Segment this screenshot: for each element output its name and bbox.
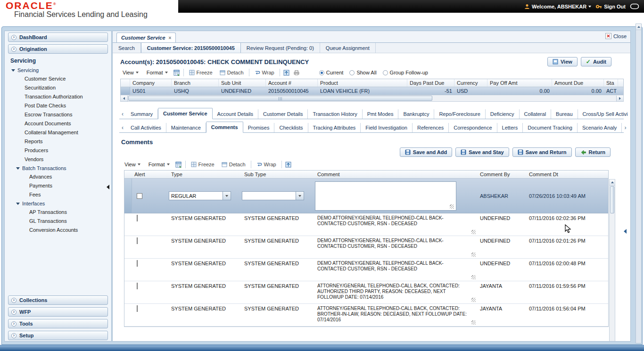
wrap-button[interactable]: Wrap [255, 161, 278, 168]
tree-item-collateral-management[interactable]: Collateral Management [5, 128, 111, 137]
alert-checkbox[interactable] [137, 260, 138, 267]
tree-item-payments[interactable]: Payments [5, 181, 111, 190]
tab-close-icon[interactable] [169, 35, 172, 41]
panel-collapse-icon[interactable] [624, 229, 627, 234]
tree-item-producers[interactable]: Producers [5, 146, 111, 155]
alert-checkbox[interactable] [137, 237, 138, 244]
resize-grip-icon[interactable] [450, 204, 454, 209]
tab-customer-details[interactable]: Customer Details [258, 109, 308, 119]
col-header-comment-by[interactable]: Comment By [478, 171, 527, 178]
comment-row[interactable]: SYSTEM GENERATED SYSTEM GENERATED ATTORN… [124, 304, 608, 327]
save-and-return-button[interactable]: Save and Return [512, 147, 572, 157]
col-header-amount-due[interactable]: Amount Due [552, 79, 604, 87]
col-header-comment-dt[interactable]: Comment Dt [527, 171, 602, 178]
tab-checklists[interactable]: Checklists [274, 123, 308, 132]
tree-item-customer-service[interactable]: Customer Service [5, 74, 111, 83]
tab-maintenance[interactable]: Maintenance [166, 123, 206, 132]
tree-item-vendors[interactable]: Vendors [5, 155, 111, 164]
col-header-company[interactable]: Company [130, 79, 172, 87]
view-button[interactable]: View [547, 57, 578, 66]
welcome-menu[interactable]: Welcome, ABSHEKAR [524, 4, 591, 9]
sign-out-button[interactable]: Sign Out [595, 4, 626, 9]
comment-row[interactable]: SYSTEM GENERATED SYSTEM GENERATED DEMO A… [124, 259, 608, 281]
tab-correspondence[interactable]: Correspondence [449, 123, 497, 132]
tabs-scroll-right-icon[interactable] [622, 124, 628, 132]
col-header-product[interactable]: Product [318, 79, 407, 87]
col-header-sub-unit[interactable]: Sub Unit [219, 79, 266, 87]
tab-bureau[interactable]: Bureau [551, 109, 578, 119]
resize-grip-icon[interactable] [471, 320, 476, 325]
tab-deficiency[interactable]: Deficiency [486, 109, 520, 119]
refresh-grid-icon[interactable] [283, 70, 290, 76]
tab-references[interactable]: References [413, 123, 449, 132]
tab-document-tracking[interactable]: Document Tracking [523, 123, 578, 132]
tab-customer-service[interactable]: Customer Service [158, 108, 213, 119]
format-menu[interactable]: Format [144, 69, 170, 76]
col-header-branch[interactable]: Branch [172, 79, 219, 87]
tree-item-ap-transactions[interactable]: AP Transactions [5, 208, 111, 217]
tab-customer-service-account[interactable]: Customer Service: 20150500010045 [141, 43, 241, 53]
tab-review-request[interactable]: Review Request (Pending: 0) [241, 43, 320, 53]
tab-field-investigation[interactable]: Field Investigation [361, 123, 413, 132]
radio-group-followup[interactable]: Group Follow-up [383, 70, 428, 75]
col-header-sub-type[interactable]: Sub Type [242, 171, 315, 178]
detach-button[interactable]: Detach [218, 69, 246, 76]
printer-icon[interactable] [293, 70, 300, 75]
tab-transaction-history[interactable]: Transaction History [308, 109, 362, 119]
comment-textarea[interactable] [315, 181, 456, 211]
tree-item-escrow-transactions[interactable]: Escrow Transactions [5, 110, 111, 119]
tree-item-advances[interactable]: Advances [5, 172, 111, 181]
tree-node-servicing[interactable]: Servicing [5, 66, 111, 74]
radio-show-all[interactable]: Show All [349, 70, 376, 75]
tab-letters[interactable]: Letters [497, 123, 523, 132]
tab-repo-foreclosure[interactable]: Repo/Foreclosure [434, 109, 485, 119]
tab-promises[interactable]: Promises [243, 123, 275, 132]
oracle-badge-icon[interactable] [630, 3, 639, 9]
select-dropdown-icon[interactable] [296, 192, 304, 200]
save-and-stay-button[interactable]: Save and Stay [455, 147, 509, 157]
scroll-up-icon[interactable] [610, 180, 615, 186]
col-header-pay-off-amt[interactable]: Pay Off Amt [487, 79, 552, 87]
window-tab-customer-service[interactable]: Customer Service [116, 33, 176, 42]
refresh-grid-icon[interactable] [285, 162, 292, 168]
format-menu[interactable]: Format [146, 161, 172, 168]
page-vscrollbar[interactable] [636, 24, 642, 343]
alert-checkbox[interactable] [137, 305, 138, 312]
sidebar-item-setup[interactable]: Setup [8, 331, 108, 340]
resize-grip-icon[interactable] [471, 230, 476, 234]
tab-tracking-attributes[interactable]: Tracking Attributes [308, 123, 361, 132]
sidebar-item-tools[interactable]: Tools [8, 319, 108, 328]
tab-pmt-modes[interactable]: Pmt Modes [363, 109, 399, 119]
radio-current[interactable]: Current [319, 70, 344, 75]
tree-item-reports[interactable]: Reports [5, 137, 111, 146]
comment-edit-row[interactable]: REGULAR [124, 179, 608, 213]
resize-grip-icon[interactable] [471, 275, 476, 279]
tree-group-batch-transactions[interactable]: Batch Transactions [5, 164, 111, 172]
tree-item-conversion-accounts[interactable]: Conversion Accounts [5, 226, 111, 235]
tree-item-fees[interactable]: Fees [5, 190, 111, 199]
resize-grip-icon[interactable] [471, 298, 476, 302]
tab-scenario-analysis[interactable]: Scenario Analy [578, 123, 622, 132]
wrap-button[interactable]: Wrap [253, 69, 276, 76]
comment-row[interactable]: SYSTEM GENERATED SYSTEM GENERATED ATTORN… [124, 281, 608, 304]
scroll-left-icon[interactable] [121, 96, 128, 101]
account-row[interactable]: US01 USHQ UNDEFINED 20150500010045 LOAN … [121, 87, 623, 95]
detach-button[interactable]: Detach [220, 161, 248, 168]
tabs-overflow-icon[interactable] [628, 124, 631, 132]
tab-call-activities[interactable]: Call Activities [126, 123, 166, 132]
tab-cross-up-sell[interactable]: Cross/Up Sell Activi [578, 109, 631, 119]
type-select[interactable]: REGULAR [169, 191, 231, 200]
col-header-currency[interactable]: Currency [454, 79, 487, 87]
select-dropdown-icon[interactable] [223, 192, 231, 200]
view-menu[interactable]: View [120, 69, 141, 76]
resize-grip-icon[interactable] [471, 253, 476, 257]
col-header-status[interactable]: Sta [604, 79, 618, 87]
export-grid-icon[interactable] [175, 162, 182, 168]
tree-item-securitization[interactable]: Securitization [5, 83, 111, 92]
alert-checkbox[interactable] [137, 283, 138, 289]
comments-grid-vscrollbar[interactable] [609, 179, 615, 342]
comment-row[interactable]: SYSTEM GENERATED SYSTEM GENERATED DEMO A… [124, 236, 608, 259]
sidebar-item-dashboard[interactable]: DashBoard [8, 33, 108, 42]
comment-row[interactable]: SYSTEM GENERATED SYSTEM GENERATED DEMO A… [124, 213, 608, 236]
col-header-days-past-due[interactable]: Days Past Due [407, 79, 454, 87]
